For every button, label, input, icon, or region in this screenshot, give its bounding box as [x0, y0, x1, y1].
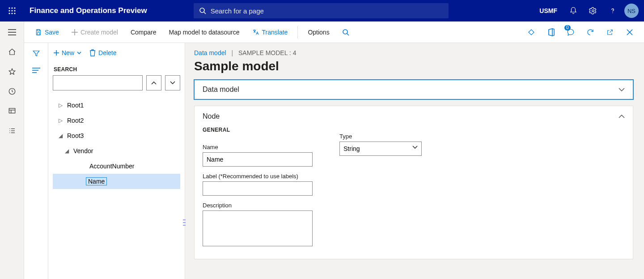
recent-icon[interactable]	[7, 86, 17, 97]
search-next-button[interactable]	[165, 75, 180, 90]
description-label: Description	[203, 202, 313, 209]
svg-point-6	[8, 13, 10, 14]
find-button[interactable]	[338, 26, 354, 39]
chevron-down-icon	[619, 88, 625, 91]
help-icon[interactable]	[603, 0, 623, 21]
notifications-icon[interactable]	[564, 0, 583, 21]
svg-rect-26	[37, 30, 39, 31]
chevron-down-icon	[170, 81, 175, 85]
tree-node-vendor[interactable]: ◢ Vendor	[53, 143, 180, 159]
fasttab-node[interactable]: Node	[203, 112, 220, 120]
expand-icon[interactable]: ▷	[57, 102, 64, 108]
type-select[interactable]: String	[339, 142, 422, 156]
svg-point-30	[343, 30, 347, 34]
avatar[interactable]: NS	[624, 4, 639, 18]
collapse-icon[interactable]: ◢	[64, 148, 70, 154]
close-icon[interactable]	[622, 24, 638, 40]
fasttab-data-model[interactable]: Data model	[194, 80, 633, 99]
chevron-up-icon[interactable]	[619, 115, 625, 118]
svg-point-8	[14, 13, 15, 14]
tree: ▷ Root1 ▷ Root2 ◢ Root3 ◢ Vendor	[53, 95, 180, 189]
tree-node-root3[interactable]: ◢ Root3	[53, 128, 180, 143]
chevron-down-icon	[77, 52, 81, 54]
related-icon[interactable]	[32, 67, 40, 73]
plus-icon	[54, 50, 59, 56]
legal-entity[interactable]: USMF	[533, 7, 564, 14]
delete-node-button[interactable]: Delete	[89, 49, 116, 56]
search-prev-button[interactable]	[146, 75, 161, 90]
label-field[interactable]	[203, 181, 313, 196]
section-node: Node GENERAL Name	[194, 106, 633, 259]
chevron-up-icon	[151, 81, 157, 85]
save-button[interactable]: Save	[30, 26, 64, 39]
find-icon	[342, 29, 349, 36]
svg-point-9	[200, 8, 204, 13]
search-label: SEARCH	[54, 66, 180, 73]
svg-point-5	[14, 10, 15, 11]
resize-handle[interactable]	[183, 219, 186, 226]
waffle-icon[interactable]	[0, 0, 24, 21]
main-panel: Data model | SAMPLE MODEL : 4 Sample mod…	[185, 43, 644, 279]
breadcrumb: Data model | SAMPLE MODEL : 4	[194, 49, 633, 56]
home-icon[interactable]	[7, 47, 17, 57]
expand-icon[interactable]: ▷	[57, 117, 64, 124]
label-label: Label (*Recommended to use labels)	[203, 173, 313, 180]
tree-search-input[interactable]	[53, 75, 143, 90]
tree-node-root2[interactable]: ▷ Root2	[53, 113, 180, 128]
search-placeholder: Search for a page	[211, 7, 264, 15]
svg-point-1	[11, 7, 13, 9]
tree-node-name[interactable]: Name	[53, 174, 180, 189]
search-icon	[199, 7, 206, 14]
modules-icon[interactable]	[7, 125, 17, 136]
plus-icon	[72, 29, 78, 35]
group-general: GENERAL	[203, 127, 313, 133]
svg-point-0	[8, 7, 10, 9]
collapse-icon[interactable]: ◢	[57, 133, 64, 139]
name-label: Name	[203, 144, 313, 150]
office-icon[interactable]	[543, 24, 559, 40]
panel-tools	[24, 43, 48, 279]
svg-point-2	[14, 7, 15, 9]
hamburger-icon[interactable]	[7, 27, 17, 38]
map-model-button[interactable]: Map model to datasource	[165, 26, 244, 39]
tree-node-accountnumber[interactable]: AccountNumber	[53, 159, 180, 174]
svg-point-11	[592, 10, 594, 12]
compare-button[interactable]: Compare	[126, 26, 161, 39]
svg-line-10	[204, 12, 206, 14]
translate-icon	[252, 29, 259, 36]
create-model-button: Create model	[67, 26, 123, 39]
tree-node-root1[interactable]: ▷ Root1	[53, 98, 180, 113]
chevron-down-icon	[412, 146, 418, 149]
translate-button[interactable]: Translate	[248, 26, 292, 39]
action-bar: Save Create model Compare Map model to d…	[24, 21, 644, 43]
app-title: Finance and Operations Preview	[24, 6, 158, 15]
svg-point-7	[11, 13, 13, 14]
svg-rect-27	[37, 32, 39, 34]
attachments-icon[interactable]	[523, 24, 539, 40]
svg-line-31	[347, 34, 349, 35]
refresh-icon[interactable]	[582, 24, 598, 40]
type-label: Type	[339, 133, 422, 140]
messages-badge: 0	[564, 25, 571, 30]
svg-rect-17	[9, 108, 15, 113]
tree-panel: New Delete SEARCH	[48, 43, 185, 279]
options-button[interactable]: Options	[303, 26, 334, 39]
breadcrumb-link[interactable]: Data model	[194, 49, 226, 56]
nav-rail	[0, 21, 24, 279]
svg-point-4	[11, 10, 13, 11]
settings-icon[interactable]	[583, 0, 603, 21]
workspaces-icon[interactable]	[7, 106, 17, 116]
save-icon	[35, 29, 42, 36]
filter-icon[interactable]	[32, 49, 40, 57]
new-node-button[interactable]: New	[54, 49, 81, 56]
popout-icon[interactable]	[602, 24, 618, 40]
page-title: Sample model	[194, 59, 633, 73]
description-field[interactable]	[203, 210, 313, 246]
favorites-icon[interactable]	[7, 66, 17, 77]
topbar: Finance and Operations Preview Search fo…	[0, 0, 644, 21]
messages-icon[interactable]: 0	[563, 24, 579, 40]
global-search[interactable]: Search for a page	[194, 3, 449, 18]
breadcrumb-current: SAMPLE MODEL : 4	[238, 49, 296, 56]
name-field[interactable]	[203, 152, 313, 167]
trash-icon	[89, 49, 96, 56]
